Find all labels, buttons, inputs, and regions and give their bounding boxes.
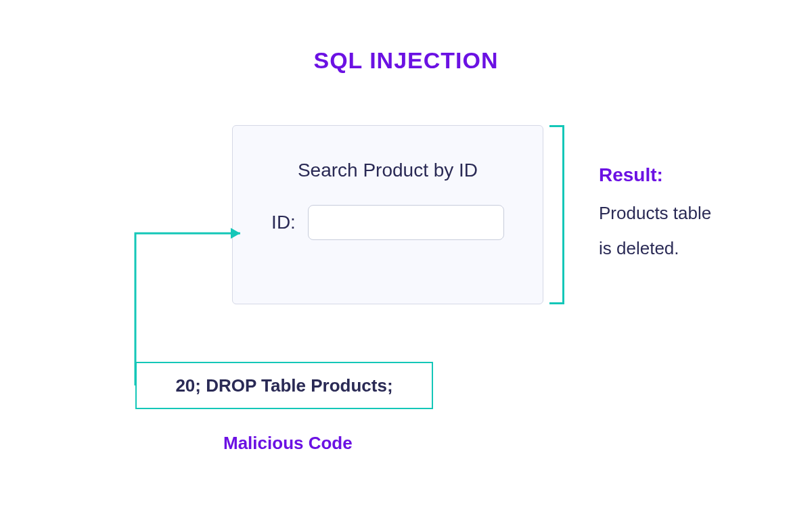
result-bracket-icon	[549, 125, 564, 304]
diagram-title: SQL INJECTION	[313, 47, 498, 74]
malicious-code-label: Malicious Code	[223, 433, 353, 454]
id-label: ID:	[271, 212, 296, 233]
id-row: ID:	[260, 205, 516, 240]
id-input[interactable]	[308, 205, 504, 240]
result-text-line1: Products table	[599, 203, 711, 224]
search-card: Search Product by ID ID:	[232, 125, 543, 304]
malicious-code-box: 20; DROP Table Products;	[135, 362, 433, 409]
result-label: Result:	[599, 164, 663, 186]
card-heading: Search Product by ID	[260, 160, 516, 181]
malicious-code-text: 20; DROP Table Products;	[175, 375, 392, 396]
result-text-line2: is deleted.	[599, 238, 679, 259]
